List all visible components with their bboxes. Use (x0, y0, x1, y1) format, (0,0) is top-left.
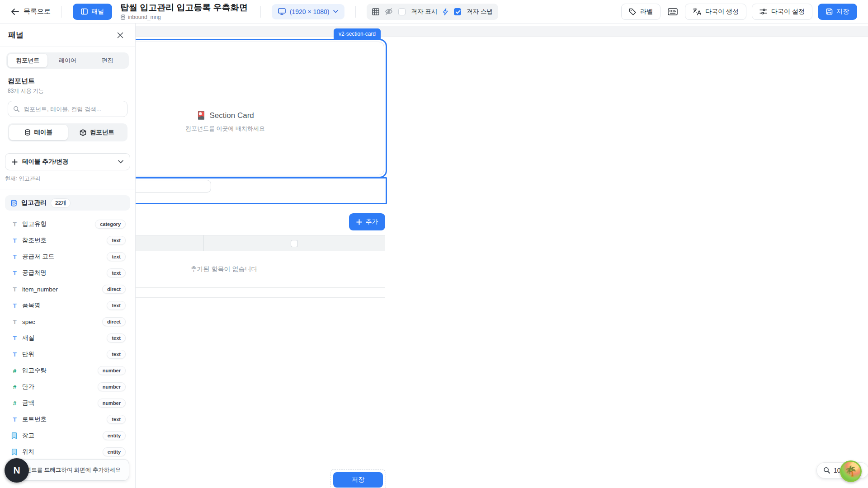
eye-off-icon (385, 8, 393, 15)
field-item[interactable]: T단위text (11, 346, 126, 362)
field-item[interactable]: 창고entity (11, 427, 126, 444)
i18n-generate-button[interactable]: 다국어 생성 (685, 4, 746, 20)
source-toggle: 테이블 컴포넌트 (8, 123, 127, 141)
field-name: 로트번호 (22, 415, 47, 423)
text-field-icon: T (11, 302, 18, 309)
current-table-label: 현재: 입고관리 (5, 175, 130, 183)
shortcut-keyboard-button[interactable] (666, 5, 679, 19)
entity-field-icon (11, 432, 18, 439)
settings-sliders-icon (760, 8, 767, 15)
field-item[interactable]: Titem_numberdirect (11, 281, 126, 297)
field-item[interactable]: T공급처 코드text (11, 249, 126, 265)
field-type-badge: number (98, 366, 126, 375)
select-all-checkbox[interactable] (291, 240, 298, 247)
grid-show-checkbox[interactable] (398, 8, 406, 15)
chevron-down-icon (333, 10, 338, 13)
panel-toggle-button[interactable]: 패널 (73, 4, 112, 20)
plus-icon (356, 219, 362, 225)
back-button[interactable]: 목록으로 (11, 7, 51, 16)
add-change-table-button[interactable]: 테이블 추가/변경 (5, 153, 130, 170)
database-icon (24, 129, 31, 136)
field-type-badge: text (107, 252, 126, 261)
screen-size-select[interactable]: (868 × 488) (272, 4, 345, 19)
field-type-badge: text (107, 333, 126, 343)
island-sticker: 🌴 (840, 460, 862, 482)
divider (0, 189, 135, 189)
tag-icon (629, 8, 636, 15)
field-item[interactable]: Tspecdirect (11, 314, 126, 330)
text-field-icon: T (11, 221, 18, 228)
number-field-icon: # (11, 384, 18, 390)
table-item-selected[interactable]: 입고관리 22개 (5, 195, 130, 211)
text-field-icon: T (11, 351, 18, 358)
field-item[interactable]: #단가number (11, 379, 126, 395)
field-type-badge: number (98, 399, 126, 408)
component-panel: 패널 컴포넌트 레이어 편집 컴포넌트 83개 사용 가능 (0, 23, 136, 488)
field-item[interactable]: T품목명text (11, 297, 126, 314)
field-item[interactable]: T재질text (11, 330, 126, 346)
field-type-badge: number (98, 382, 126, 391)
column-divider (203, 235, 204, 251)
grid-snap-checkbox[interactable] (454, 8, 461, 15)
database-icon (10, 200, 17, 206)
panel-title: 패널 (8, 30, 24, 40)
field-name: 참조번호 (22, 236, 47, 244)
column-count-badge: 22개 (51, 198, 71, 208)
field-item[interactable]: T참조번호text (11, 232, 126, 249)
field-type-badge: text (107, 236, 126, 245)
source-components-button[interactable]: 컴포넌트 (68, 125, 127, 140)
screen-size-value: (868 × 488) (290, 8, 330, 15)
label-button[interactable]: 라벨 (621, 4, 660, 20)
grid-icon (372, 8, 379, 15)
field-name: 위치 (22, 448, 34, 456)
text-field-icon: T (11, 237, 18, 244)
search-input[interactable] (24, 106, 122, 113)
i18n-settings-button[interactable]: 다국어 설정 (752, 4, 812, 20)
field-name: 입고유형 (22, 220, 47, 228)
field-type-badge: text (107, 350, 126, 359)
grid-show-label: 격자 표시 (411, 8, 437, 16)
field-item[interactable]: #입고수량number (11, 362, 126, 379)
field-name: 공급처 코드 (22, 253, 54, 261)
selection-badge: v2-section-card (334, 28, 381, 39)
table-tag: inbound_mng (128, 14, 161, 20)
field-name: item_number (22, 286, 58, 293)
field-item[interactable]: T입고유형category (11, 216, 126, 232)
number-field-icon: # (11, 367, 18, 374)
chevron-down-icon (118, 160, 123, 164)
database-icon (120, 14, 126, 20)
tab-layers[interactable]: 레이어 (47, 54, 87, 67)
field-type-badge: entity (103, 431, 126, 440)
text-field-icon: T (11, 416, 18, 423)
entity-field-icon (11, 449, 18, 455)
text-field-icon: T (11, 270, 18, 277)
text-field-icon: T (11, 253, 18, 260)
field-type-badge: category (95, 220, 126, 229)
plus-icon (12, 159, 18, 165)
divider (355, 6, 356, 18)
field-type-badge: direct (102, 317, 126, 326)
component-search[interactable] (8, 101, 127, 117)
field-item[interactable]: T공급처명text (11, 265, 126, 281)
panel-close-button[interactable] (113, 28, 127, 42)
field-item[interactable]: T로트번호text (11, 411, 126, 427)
text-field-icon: T (11, 319, 18, 325)
canvas-save-button[interactable]: 저장 (333, 472, 383, 488)
field-type-badge: text (107, 415, 126, 424)
text-field-icon: T (11, 286, 18, 293)
field-item[interactable]: #금액number (11, 395, 126, 411)
translate-icon (693, 8, 701, 15)
user-avatar: N (5, 458, 29, 483)
tab-edit[interactable]: 편집 (88, 54, 127, 67)
number-field-icon: # (11, 400, 18, 407)
tab-components[interactable]: 컴포넌트 (8, 54, 47, 67)
keyboard-icon (668, 8, 678, 15)
save-button[interactable]: 저장 (818, 4, 857, 20)
components-section-title: 컴포넌트 (8, 77, 127, 85)
add-row-button[interactable]: 추가 (349, 213, 385, 230)
field-name: 단위 (22, 350, 34, 358)
source-tables-button[interactable]: 테이블 (9, 125, 68, 140)
lightning-icon (443, 8, 448, 15)
field-item[interactable]: 위치entity (11, 444, 126, 460)
field-list: T입고유형categoryT참조번호textT공급처 코드textT공급처명te… (0, 216, 135, 476)
